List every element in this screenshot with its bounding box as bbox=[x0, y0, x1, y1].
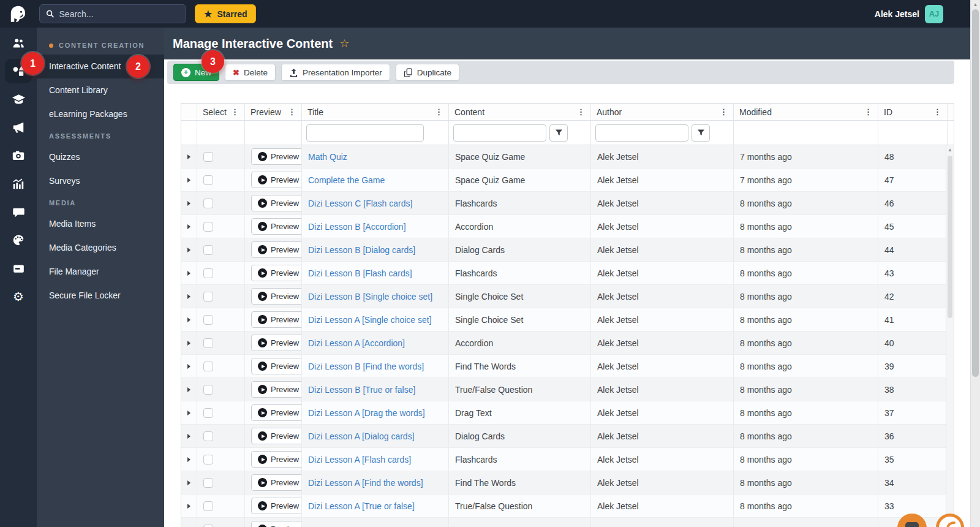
content-title-link[interactable]: Dizi Lesson B [True or false] bbox=[308, 385, 415, 395]
presentation-importer-button[interactable]: Presentation Importer bbox=[281, 64, 390, 81]
preview-button[interactable]: Preview bbox=[251, 335, 301, 351]
duplicate-button[interactable]: Duplicate bbox=[396, 64, 459, 81]
row-checkbox[interactable] bbox=[203, 245, 213, 255]
row-checkbox[interactable] bbox=[203, 338, 213, 348]
preview-button[interactable]: Preview bbox=[251, 358, 301, 374]
row-checkbox[interactable] bbox=[203, 222, 213, 232]
preview-button[interactable]: Preview bbox=[251, 498, 301, 514]
preview-button[interactable]: Preview bbox=[251, 381, 301, 398]
row-checkbox[interactable] bbox=[203, 385, 213, 395]
page-scroll-up-icon[interactable]: ▲ bbox=[971, 2, 980, 7]
row-checkbox[interactable] bbox=[203, 408, 213, 418]
sidebar-item-content-library[interactable]: Content Library bbox=[37, 78, 164, 102]
content-title-link[interactable]: Dizi Lesson C [Flash cards] bbox=[308, 199, 412, 208]
content-title-link[interactable]: Dizi Lesson B [Flash cards] bbox=[308, 268, 412, 278]
preview-button[interactable]: Preview bbox=[251, 218, 301, 235]
preview-button[interactable]: Preview bbox=[251, 265, 301, 281]
content-title-link[interactable]: Dizi Lesson A [Dialog cards] bbox=[308, 431, 415, 441]
content-title-link[interactable]: Dizi Lesson A [Find the words] bbox=[308, 478, 423, 488]
row-checkbox[interactable] bbox=[203, 455, 213, 464]
row-expand-cell[interactable] bbox=[181, 262, 197, 284]
delete-button[interactable]: ✖ Delete bbox=[225, 64, 276, 81]
page-scrollbar-thumb[interactable] bbox=[972, 9, 979, 377]
row-checkbox[interactable] bbox=[203, 431, 213, 441]
author-filter-button[interactable] bbox=[692, 124, 710, 142]
scroll-up-icon[interactable]: ▲ bbox=[946, 148, 954, 153]
row-expand-cell[interactable] bbox=[181, 215, 197, 238]
row-expand-cell[interactable] bbox=[181, 285, 197, 308]
favorite-star-icon[interactable]: ☆ bbox=[339, 37, 349, 50]
app-logo-elephant-icon[interactable] bbox=[8, 4, 29, 25]
row-checkbox[interactable] bbox=[203, 268, 213, 278]
sidebar-item-elearning-packages[interactable]: eLearning Packages bbox=[37, 102, 164, 126]
sidebar-item-quizzes[interactable]: Quizzes bbox=[37, 145, 164, 169]
row-checkbox[interactable] bbox=[203, 152, 213, 162]
grid-scrollbar-thumb[interactable] bbox=[948, 156, 952, 318]
sidebar-item-secure-file-locker[interactable]: Secure File Locker bbox=[37, 284, 164, 308]
column-menu-icon[interactable]: ⋮ bbox=[864, 107, 872, 116]
content-title-link[interactable]: Dizi Lesson A [True or false] bbox=[308, 501, 415, 511]
sidebar-item-media-items[interactable]: Media Items bbox=[37, 212, 164, 236]
rail-item-settings[interactable]: ⚙ bbox=[5, 282, 32, 311]
preview-button[interactable]: Preview bbox=[251, 148, 301, 165]
preview-button[interactable]: Preview bbox=[251, 404, 301, 421]
row-checkbox[interactable] bbox=[203, 315, 213, 325]
content-title-link[interactable]: Dizi Lesson A [Accordion] bbox=[308, 338, 405, 348]
header-select[interactable]: Select ⋮ bbox=[197, 104, 244, 120]
row-checkbox[interactable] bbox=[203, 478, 213, 488]
row-expand-cell[interactable] bbox=[181, 401, 197, 424]
rail-item-media-capture[interactable] bbox=[5, 142, 32, 170]
preview-button[interactable]: Preview bbox=[251, 241, 301, 258]
row-expand-cell[interactable] bbox=[181, 425, 197, 447]
rail-item-announcements[interactable] bbox=[5, 113, 32, 142]
content-title-link[interactable]: Complete the Game bbox=[308, 175, 385, 185]
grid-scrollbar[interactable]: ▲ bbox=[946, 145, 954, 527]
preview-button[interactable]: Preview bbox=[251, 451, 301, 468]
header-content[interactable]: Content ⋮ bbox=[448, 104, 590, 120]
content-title-link[interactable]: Math Quiz bbox=[308, 152, 347, 162]
content-title-link[interactable]: Dizi Lesson B [Single choice set] bbox=[308, 292, 432, 301]
content-title-link[interactable]: Dizi Lesson A [Single choice set] bbox=[308, 315, 432, 325]
sidebar-item-surveys[interactable]: Surveys bbox=[37, 169, 164, 193]
row-checkbox[interactable] bbox=[203, 199, 213, 208]
rail-item-branding[interactable] bbox=[5, 226, 32, 254]
header-preview[interactable]: Preview ⋮ bbox=[244, 104, 301, 120]
sidebar-item-file-manager[interactable]: File Manager bbox=[37, 260, 164, 284]
row-expand-cell[interactable] bbox=[181, 518, 197, 527]
preview-button[interactable]: Preview bbox=[251, 195, 301, 211]
row-expand-cell[interactable] bbox=[181, 471, 197, 494]
header-author[interactable]: Author ⋮ bbox=[590, 104, 733, 120]
row-expand-cell[interactable] bbox=[181, 355, 197, 377]
row-checkbox[interactable] bbox=[203, 175, 213, 185]
header-modified[interactable]: Modified ⋮ bbox=[733, 104, 878, 120]
row-expand-cell[interactable] bbox=[181, 308, 197, 331]
row-checkbox[interactable] bbox=[203, 362, 213, 371]
search-input[interactable] bbox=[59, 9, 179, 19]
avatar[interactable]: AJ bbox=[925, 5, 943, 23]
row-expand-cell[interactable] bbox=[181, 238, 197, 261]
content-title-link[interactable]: Dizi Lesson A [Drag the words] bbox=[308, 408, 425, 418]
author-filter-input[interactable] bbox=[595, 124, 688, 142]
preview-button[interactable]: Preview bbox=[251, 521, 301, 527]
content-filter-input[interactable] bbox=[453, 124, 546, 142]
content-title-link[interactable]: Dizi Lesson B [Find the words] bbox=[308, 362, 424, 371]
column-menu-icon[interactable]: ⋮ bbox=[577, 107, 585, 116]
row-expand-cell[interactable] bbox=[181, 495, 197, 517]
sidebar-item-media-categories[interactable]: Media Categories bbox=[37, 236, 164, 260]
header-id[interactable]: ID ⋮ bbox=[878, 104, 947, 120]
content-filter-button[interactable] bbox=[549, 124, 568, 142]
row-expand-cell[interactable] bbox=[181, 169, 197, 191]
preview-button[interactable]: Preview bbox=[251, 311, 301, 328]
rail-item-analytics[interactable] bbox=[5, 170, 32, 198]
preview-button[interactable]: Preview bbox=[251, 172, 301, 188]
row-expand-cell[interactable] bbox=[181, 145, 197, 168]
row-expand-cell[interactable] bbox=[181, 448, 197, 471]
row-checkbox[interactable] bbox=[203, 525, 213, 527]
column-menu-icon[interactable]: ⋮ bbox=[933, 107, 941, 116]
content-title-link[interactable]: Dizi Lesson B [Accordion] bbox=[308, 222, 406, 232]
column-menu-icon[interactable]: ⋮ bbox=[231, 107, 239, 116]
preview-button[interactable]: Preview bbox=[251, 288, 301, 305]
column-menu-icon[interactable]: ⋮ bbox=[288, 107, 296, 116]
row-expand-cell[interactable] bbox=[181, 378, 197, 401]
rail-item-messages[interactable] bbox=[5, 198, 32, 226]
